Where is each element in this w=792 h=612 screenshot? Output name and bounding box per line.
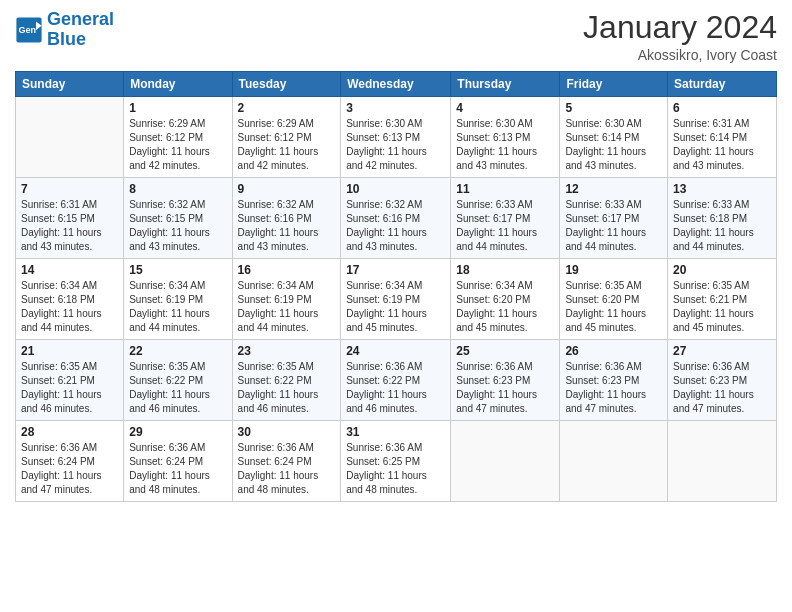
day-info: Sunrise: 6:35 AMSunset: 6:21 PMDaylight:… bbox=[21, 360, 118, 416]
calendar-week-row: 1Sunrise: 6:29 AMSunset: 6:12 PMDaylight… bbox=[16, 97, 777, 178]
day-info: Sunrise: 6:30 AMSunset: 6:13 PMDaylight:… bbox=[456, 117, 554, 173]
day-number: 19 bbox=[565, 263, 662, 277]
col-header-tuesday: Tuesday bbox=[232, 72, 341, 97]
calendar-cell: 25Sunrise: 6:36 AMSunset: 6:23 PMDayligh… bbox=[451, 340, 560, 421]
day-number: 8 bbox=[129, 182, 226, 196]
calendar-cell: 18Sunrise: 6:34 AMSunset: 6:20 PMDayligh… bbox=[451, 259, 560, 340]
calendar-cell: 30Sunrise: 6:36 AMSunset: 6:24 PMDayligh… bbox=[232, 421, 341, 502]
day-info: Sunrise: 6:35 AMSunset: 6:21 PMDaylight:… bbox=[673, 279, 771, 335]
calendar-cell: 2Sunrise: 6:29 AMSunset: 6:12 PMDaylight… bbox=[232, 97, 341, 178]
day-info: Sunrise: 6:30 AMSunset: 6:13 PMDaylight:… bbox=[346, 117, 445, 173]
calendar-cell bbox=[451, 421, 560, 502]
day-number: 20 bbox=[673, 263, 771, 277]
day-info: Sunrise: 6:33 AMSunset: 6:17 PMDaylight:… bbox=[565, 198, 662, 254]
day-number: 30 bbox=[238, 425, 336, 439]
calendar-cell: 28Sunrise: 6:36 AMSunset: 6:24 PMDayligh… bbox=[16, 421, 124, 502]
day-number: 17 bbox=[346, 263, 445, 277]
col-header-wednesday: Wednesday bbox=[341, 72, 451, 97]
day-number: 10 bbox=[346, 182, 445, 196]
logo-text: General Blue bbox=[47, 10, 114, 50]
day-info: Sunrise: 6:35 AMSunset: 6:22 PMDaylight:… bbox=[129, 360, 226, 416]
subtitle: Akossikro, Ivory Coast bbox=[583, 47, 777, 63]
day-number: 29 bbox=[129, 425, 226, 439]
day-info: Sunrise: 6:30 AMSunset: 6:14 PMDaylight:… bbox=[565, 117, 662, 173]
day-info: Sunrise: 6:31 AMSunset: 6:14 PMDaylight:… bbox=[673, 117, 771, 173]
col-header-sunday: Sunday bbox=[16, 72, 124, 97]
calendar-week-row: 7Sunrise: 6:31 AMSunset: 6:15 PMDaylight… bbox=[16, 178, 777, 259]
calendar-cell: 3Sunrise: 6:30 AMSunset: 6:13 PMDaylight… bbox=[341, 97, 451, 178]
day-number: 27 bbox=[673, 344, 771, 358]
day-number: 25 bbox=[456, 344, 554, 358]
day-number: 24 bbox=[346, 344, 445, 358]
day-number: 31 bbox=[346, 425, 445, 439]
day-number: 28 bbox=[21, 425, 118, 439]
day-info: Sunrise: 6:34 AMSunset: 6:20 PMDaylight:… bbox=[456, 279, 554, 335]
col-header-monday: Monday bbox=[124, 72, 232, 97]
day-info: Sunrise: 6:34 AMSunset: 6:19 PMDaylight:… bbox=[129, 279, 226, 335]
calendar-cell: 22Sunrise: 6:35 AMSunset: 6:22 PMDayligh… bbox=[124, 340, 232, 421]
main-title: January 2024 bbox=[583, 10, 777, 45]
calendar-cell: 24Sunrise: 6:36 AMSunset: 6:22 PMDayligh… bbox=[341, 340, 451, 421]
day-number: 2 bbox=[238, 101, 336, 115]
day-number: 12 bbox=[565, 182, 662, 196]
calendar-week-row: 21Sunrise: 6:35 AMSunset: 6:21 PMDayligh… bbox=[16, 340, 777, 421]
calendar-header-row: SundayMondayTuesdayWednesdayThursdayFrid… bbox=[16, 72, 777, 97]
day-number: 18 bbox=[456, 263, 554, 277]
day-info: Sunrise: 6:36 AMSunset: 6:25 PMDaylight:… bbox=[346, 441, 445, 497]
calendar-cell: 5Sunrise: 6:30 AMSunset: 6:14 PMDaylight… bbox=[560, 97, 668, 178]
day-number: 23 bbox=[238, 344, 336, 358]
day-info: Sunrise: 6:32 AMSunset: 6:15 PMDaylight:… bbox=[129, 198, 226, 254]
day-number: 3 bbox=[346, 101, 445, 115]
day-info: Sunrise: 6:36 AMSunset: 6:23 PMDaylight:… bbox=[565, 360, 662, 416]
day-info: Sunrise: 6:29 AMSunset: 6:12 PMDaylight:… bbox=[238, 117, 336, 173]
calendar-cell: 6Sunrise: 6:31 AMSunset: 6:14 PMDaylight… bbox=[668, 97, 777, 178]
logo-line2: Blue bbox=[47, 29, 86, 49]
day-info: Sunrise: 6:35 AMSunset: 6:22 PMDaylight:… bbox=[238, 360, 336, 416]
calendar-cell: 14Sunrise: 6:34 AMSunset: 6:18 PMDayligh… bbox=[16, 259, 124, 340]
day-number: 13 bbox=[673, 182, 771, 196]
day-info: Sunrise: 6:32 AMSunset: 6:16 PMDaylight:… bbox=[238, 198, 336, 254]
calendar-cell: 1Sunrise: 6:29 AMSunset: 6:12 PMDaylight… bbox=[124, 97, 232, 178]
day-number: 22 bbox=[129, 344, 226, 358]
calendar-cell: 20Sunrise: 6:35 AMSunset: 6:21 PMDayligh… bbox=[668, 259, 777, 340]
calendar-cell bbox=[560, 421, 668, 502]
col-header-saturday: Saturday bbox=[668, 72, 777, 97]
day-number: 5 bbox=[565, 101, 662, 115]
calendar-cell: 15Sunrise: 6:34 AMSunset: 6:19 PMDayligh… bbox=[124, 259, 232, 340]
calendar-cell: 16Sunrise: 6:34 AMSunset: 6:19 PMDayligh… bbox=[232, 259, 341, 340]
calendar-cell: 10Sunrise: 6:32 AMSunset: 6:16 PMDayligh… bbox=[341, 178, 451, 259]
day-info: Sunrise: 6:36 AMSunset: 6:23 PMDaylight:… bbox=[456, 360, 554, 416]
day-info: Sunrise: 6:34 AMSunset: 6:18 PMDaylight:… bbox=[21, 279, 118, 335]
day-number: 9 bbox=[238, 182, 336, 196]
calendar-cell: 13Sunrise: 6:33 AMSunset: 6:18 PMDayligh… bbox=[668, 178, 777, 259]
day-number: 6 bbox=[673, 101, 771, 115]
page: Gen General Blue January 2024 Akossikro,… bbox=[0, 0, 792, 612]
col-header-friday: Friday bbox=[560, 72, 668, 97]
day-number: 16 bbox=[238, 263, 336, 277]
day-info: Sunrise: 6:34 AMSunset: 6:19 PMDaylight:… bbox=[346, 279, 445, 335]
calendar-cell: 11Sunrise: 6:33 AMSunset: 6:17 PMDayligh… bbox=[451, 178, 560, 259]
logo: Gen General Blue bbox=[15, 10, 114, 50]
day-number: 11 bbox=[456, 182, 554, 196]
calendar-cell: 19Sunrise: 6:35 AMSunset: 6:20 PMDayligh… bbox=[560, 259, 668, 340]
calendar-week-row: 14Sunrise: 6:34 AMSunset: 6:18 PMDayligh… bbox=[16, 259, 777, 340]
col-header-thursday: Thursday bbox=[451, 72, 560, 97]
calendar-cell: 8Sunrise: 6:32 AMSunset: 6:15 PMDaylight… bbox=[124, 178, 232, 259]
day-number: 14 bbox=[21, 263, 118, 277]
day-info: Sunrise: 6:36 AMSunset: 6:24 PMDaylight:… bbox=[129, 441, 226, 497]
calendar-cell: 26Sunrise: 6:36 AMSunset: 6:23 PMDayligh… bbox=[560, 340, 668, 421]
day-info: Sunrise: 6:32 AMSunset: 6:16 PMDaylight:… bbox=[346, 198, 445, 254]
logo-line1: General bbox=[47, 9, 114, 29]
logo-icon: Gen bbox=[15, 16, 43, 44]
calendar-cell: 29Sunrise: 6:36 AMSunset: 6:24 PMDayligh… bbox=[124, 421, 232, 502]
calendar-table: SundayMondayTuesdayWednesdayThursdayFrid… bbox=[15, 71, 777, 502]
calendar-cell: 31Sunrise: 6:36 AMSunset: 6:25 PMDayligh… bbox=[341, 421, 451, 502]
day-info: Sunrise: 6:34 AMSunset: 6:19 PMDaylight:… bbox=[238, 279, 336, 335]
day-info: Sunrise: 6:33 AMSunset: 6:17 PMDaylight:… bbox=[456, 198, 554, 254]
calendar-cell: 17Sunrise: 6:34 AMSunset: 6:19 PMDayligh… bbox=[341, 259, 451, 340]
calendar-week-row: 28Sunrise: 6:36 AMSunset: 6:24 PMDayligh… bbox=[16, 421, 777, 502]
day-number: 4 bbox=[456, 101, 554, 115]
day-info: Sunrise: 6:29 AMSunset: 6:12 PMDaylight:… bbox=[129, 117, 226, 173]
calendar-cell: 7Sunrise: 6:31 AMSunset: 6:15 PMDaylight… bbox=[16, 178, 124, 259]
calendar-cell: 21Sunrise: 6:35 AMSunset: 6:21 PMDayligh… bbox=[16, 340, 124, 421]
